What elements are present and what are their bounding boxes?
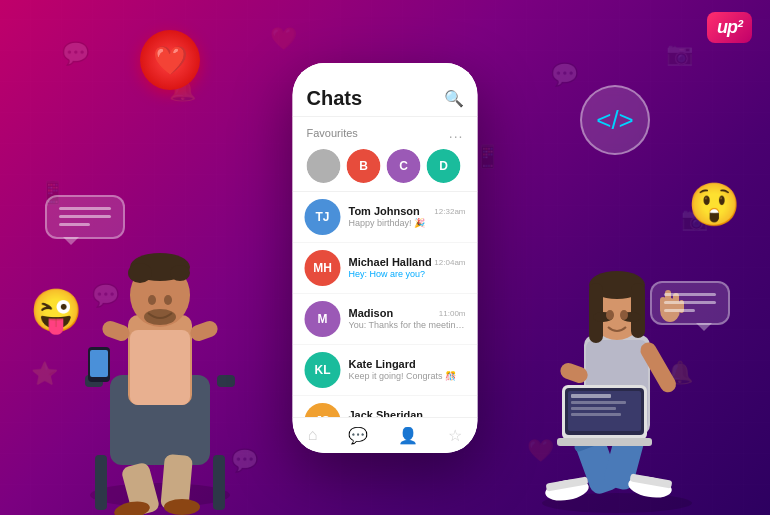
svg-rect-51 [571,394,611,398]
favourites-section: Favourites ... B C D E [293,117,478,192]
heart-emoji: ❤️ [153,44,188,77]
favourites-avatars: B C D E [307,149,464,183]
code-symbol: </> [596,105,634,136]
favourites-more[interactable]: ... [449,125,464,141]
svg-rect-3 [213,455,225,510]
bubble-line [59,223,90,226]
chat-preview: You: Thanks for the meeting. See y... [349,320,466,330]
chat-preview: Happy birthday! 🎉 [349,218,466,228]
svg-point-14 [128,263,152,283]
svg-point-16 [148,295,156,305]
svg-rect-55 [557,438,652,446]
right-emoji: 😲 [688,180,740,229]
bubble-line [664,301,716,304]
chat-time: 11:00m [439,309,466,318]
nav-star-icon[interactable]: ☆ [448,426,462,445]
chat-preview: Hey: How are you? [349,269,466,279]
svg-rect-5 [217,375,235,387]
favourites-label: Favourites [307,127,358,139]
svg-point-39 [606,310,614,320]
nav-profile-icon[interactable]: 👤 [398,426,418,445]
search-icon[interactable]: 🔍 [444,89,464,108]
chat-info: Michael Halland 12:04am Hey: How are you… [349,256,466,279]
chat-list-item[interactable]: MH Michael Halland 12:04am Hey: How are … [293,243,478,294]
svg-rect-53 [571,407,616,410]
chat-info: Kate Lingard Keep it going! Congrats 🎊 [349,358,466,381]
chat-list-item[interactable]: M Madison 11:00m You: Thanks for the mee… [293,294,478,345]
fav-avatar[interactable]: D [427,149,461,183]
chat-avatar: M [305,301,341,337]
app-logo: up² [707,12,752,43]
chat-avatar: KL [305,352,341,388]
chat-bubble-decoration-left [45,195,125,239]
code-bubble: </> [580,85,650,155]
chat-name: Jack Sheridan [349,409,424,417]
svg-point-0 [90,483,230,507]
svg-point-9 [164,499,200,515]
svg-rect-19 [100,319,132,344]
svg-rect-54 [571,413,621,416]
chat-avatar: TJ [305,199,341,235]
chat-info: Jack Sheridan I wish you the best in t..… [349,409,466,417]
chat-preview: Keep it going! Congrats 🎊 [349,371,466,381]
svg-point-18 [144,309,176,325]
chat-avatar: JS [305,403,341,417]
chat-list-item[interactable]: TJ Tom Johnson 12:32am Happy birthday! 🎉 [293,192,478,243]
bubble-line [664,309,695,312]
svg-point-40 [620,310,628,320]
chat-info: Madison 11:00m You: Thanks for the meeti… [349,307,466,330]
chat-info: Tom Johnson 12:32am Happy birthday! 🎉 [349,205,466,228]
phone-nav: ⌂ 💬 👤 ☆ [293,417,478,453]
left-emoji: 😜 [30,286,82,335]
svg-rect-11 [130,330,190,405]
fav-avatar[interactable]: B [347,149,381,183]
bubble-line [59,215,111,218]
chat-time: 12:04am [434,258,465,267]
nav-home-icon[interactable]: ⌂ [308,426,318,445]
chat-name: Kate Lingard [349,358,416,370]
chat-name: Tom Johnson [349,205,420,217]
svg-rect-52 [571,401,626,404]
phone-title: Chats [307,87,363,110]
chat-list-item[interactable]: KL Kate Lingard Keep it going! Congrats … [293,345,478,396]
svg-rect-20 [188,319,220,344]
heart-bubble: ❤️ [140,30,200,90]
svg-rect-36 [631,283,645,338]
svg-rect-2 [95,455,107,510]
chat-avatar: MH [305,250,341,286]
fav-avatar[interactable] [307,149,341,183]
chat-name: Michael Halland [349,256,432,268]
phone-header: Chats 🔍 [293,73,478,117]
svg-point-15 [170,265,190,281]
chat-bubble-decoration-right [650,281,730,325]
bubble-line [59,207,111,210]
fav-avatar[interactable]: C [387,149,421,183]
phone-mockup: Chats 🔍 Favourites ... B C D E TJ Tom Jo… [293,63,478,453]
svg-rect-22 [90,350,108,377]
chat-name: Madison [349,307,394,319]
svg-point-17 [164,295,172,305]
chat-list: TJ Tom Johnson 12:32am Happy birthday! 🎉… [293,192,478,417]
bubble-line [664,293,716,296]
chat-list-item[interactable]: JS Jack Sheridan I wish you the best in … [293,396,478,417]
chat-time: 12:32am [434,207,465,216]
nav-chat-icon[interactable]: 💬 [348,426,368,445]
